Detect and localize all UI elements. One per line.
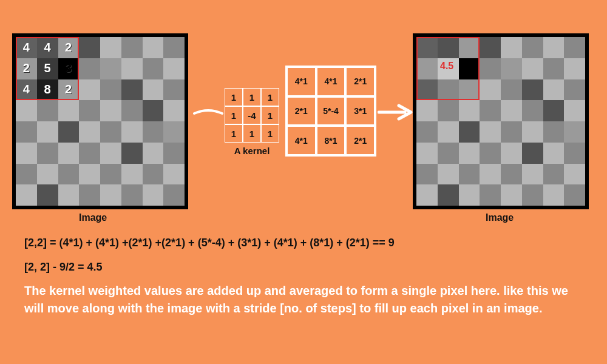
kernel-cell: -4: [243, 106, 261, 124]
pixel-cell: [501, 184, 522, 206]
pixel-cell: [459, 184, 480, 206]
kernel-cell: 1: [261, 88, 279, 106]
pixel-cell: [416, 100, 438, 121]
pixel-cell: [501, 121, 522, 143]
pixel-cell: [37, 100, 58, 121]
pixel-cell: [543, 164, 565, 185]
kernel-cell: 1: [225, 88, 243, 106]
pixel-cell: [522, 58, 543, 79]
pixel-cell: [163, 100, 185, 121]
overlay-number: 3: [58, 58, 79, 79]
pixel-cell: [143, 143, 164, 164]
overlay-number: 5: [37, 58, 58, 79]
pixel-cell: [459, 143, 480, 164]
pixel-cell: [100, 164, 121, 185]
pixel-cell: [416, 184, 438, 206]
pixel-cell: [100, 184, 121, 206]
pixel-cell: [79, 184, 100, 206]
pixel-cell: [163, 79, 185, 101]
pixel-cell: [58, 164, 80, 185]
pixel-cell: [438, 184, 459, 206]
pixel-cell: [143, 79, 164, 101]
overlay-number: 4: [37, 37, 58, 58]
pixel-cell: [522, 37, 543, 58]
kernel-cell: 1: [243, 124, 261, 143]
pixel-cell: [543, 37, 565, 58]
pixel-cell: [163, 184, 185, 206]
pixel-cell: [480, 58, 501, 79]
product-cell: 2*1: [347, 127, 374, 154]
pixel-cell: [543, 121, 565, 143]
pixel-cell: [163, 121, 185, 143]
equation-line-2: [2, 2] - 9/2 = 4.5: [24, 261, 103, 274]
product-cell: 2*1: [347, 68, 374, 95]
description-text: The kernel weighted values are added up …: [24, 282, 583, 317]
pixel-cell: [564, 164, 585, 185]
overlay-number: 2: [16, 58, 37, 79]
pixel-cell: [543, 79, 565, 101]
pixel-cell: [459, 100, 480, 121]
pixel-cell: [459, 121, 480, 143]
overlay-number: 2: [58, 37, 79, 58]
pixel-cell: [480, 164, 501, 185]
pixel-cell: [16, 184, 37, 206]
pixel-cell: [564, 184, 585, 206]
pixel-cell: [79, 37, 100, 58]
pixel-cell: [438, 100, 459, 121]
product-cell: 4*1: [288, 68, 315, 95]
pixel-cell: [79, 58, 100, 79]
pixel-cell: [522, 121, 543, 143]
pixel-cell: [501, 143, 522, 164]
pixel-cell: [100, 121, 121, 143]
pixel-cell: [416, 121, 438, 143]
overlay-number: 4: [16, 37, 37, 58]
pixel-cell: [37, 143, 58, 164]
overlay-number: 8: [37, 79, 58, 100]
pixel-cell: [121, 37, 143, 58]
pixel-cell: [100, 37, 121, 58]
pixel-cell: [121, 121, 143, 143]
pixel-cell: [564, 121, 585, 143]
input-overlay-numbers: 442253482: [16, 37, 79, 100]
pixel-cell: [480, 143, 501, 164]
pixel-cell: [121, 79, 143, 101]
pixel-cell: [438, 143, 459, 164]
pixel-cell: [522, 100, 543, 121]
arrow-icon: [193, 106, 223, 121]
pixel-cell: [438, 121, 459, 143]
pixel-cell: [121, 58, 143, 79]
pixel-cell: [16, 143, 37, 164]
pixel-cell: [543, 100, 565, 121]
pixel-cell: [100, 58, 121, 79]
pixel-cell: [522, 79, 543, 101]
pixel-cell: [416, 143, 438, 164]
pixel-cell: [37, 184, 58, 206]
pixel-cell: [163, 164, 185, 185]
pixel-cell: [16, 121, 37, 143]
arrow-right-icon: [378, 103, 414, 121]
pixel-cell: [501, 164, 522, 185]
pixel-cell: [143, 58, 164, 79]
pixel-cell: [564, 143, 585, 164]
pixel-cell: [37, 121, 58, 143]
pixel-cell: [100, 100, 121, 121]
pixel-cell: [543, 184, 565, 206]
pixel-cell: [79, 100, 100, 121]
input-image-label: Image: [79, 212, 107, 223]
kernel-cell: 1: [225, 124, 243, 143]
pixel-cell: [58, 100, 80, 121]
pixel-cell: [480, 184, 501, 206]
pixel-cell: [143, 184, 164, 206]
pixel-cell: [564, 37, 585, 58]
pixel-cell: [100, 79, 121, 101]
product-cell: 2*1: [288, 98, 315, 125]
product-cell: 4*1: [288, 127, 315, 154]
pixel-cell: [58, 121, 80, 143]
pixel-cell: [121, 164, 143, 185]
pixel-cell: [564, 100, 585, 121]
pixel-cell: [37, 164, 58, 185]
pixel-cell: [501, 37, 522, 58]
kernel-label: A kernel: [225, 146, 279, 156]
pixel-cell: [543, 58, 565, 79]
pixel-cell: [143, 164, 164, 185]
